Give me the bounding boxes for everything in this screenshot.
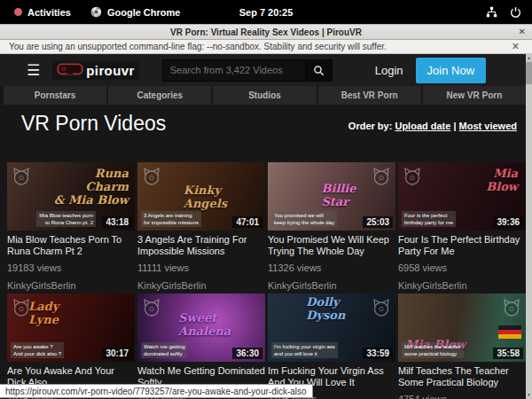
order-by-upload-date-link[interactable]: Upload date — [395, 121, 450, 131]
video-thumbnail[interactable]: Kinky Angels 3 Angels are training for i… — [137, 162, 265, 231]
channel-watermark-cat-icon — [141, 166, 162, 187]
channel-watermark-cat-icon — [11, 166, 32, 187]
power-icon[interactable] — [510, 6, 521, 18]
nav-item-best-vr-porn[interactable]: Best VR Porn — [318, 86, 421, 105]
video-title[interactable]: Four Is The Perfect Birthday Party For M… — [398, 234, 526, 257]
page-title: VR Porn Videos — [21, 112, 166, 136]
search-button[interactable] — [306, 59, 332, 82]
view-count: 19183 views — [7, 262, 135, 273]
search-icon — [313, 65, 325, 76]
video-title[interactable]: Milf Teaches The Teacher Some Practical … — [398, 365, 526, 388]
duration-badge: 30:17 — [102, 348, 132, 359]
thumbnail-caption: Are you awake ? And your dick also ? — [11, 342, 64, 358]
german-flag-icon — [498, 325, 521, 339]
duration-badge: 35:58 — [493, 348, 523, 359]
video-thumbnail[interactable]: Dolly Dyson I'm fucking your virgin ass … — [268, 293, 395, 362]
system-top-bar: Activities Google Chrome Sep 7 20:25 — [0, 0, 532, 24]
thumbnail-caption: Mia Blow teaches porn to Runa Charm pt. … — [36, 211, 96, 227]
window-title: VR Porn: Virtual Reality Sex Videos | Pi… — [170, 27, 362, 37]
video-card[interactable]: Runa Charm & Mia Blow Mia Blow teaches p… — [7, 162, 135, 291]
video-thumbnail[interactable]: Mia Blow Milf teaches the teacher some p… — [398, 293, 526, 362]
thumbnail-caption: You promised we will keep trying the who… — [271, 211, 337, 227]
infobar-close-icon[interactable]: ✕ — [512, 41, 520, 52]
window-title-bar: VR Porn: Virtual Reality Sex Videos | Pi… — [0, 24, 532, 40]
thumbnail-overlay-name: Kinky Angels — [184, 184, 227, 210]
video-thumbnail[interactable]: Sweet Analena Watch me getting dominated… — [137, 293, 265, 362]
video-thumbnail[interactable]: Runa Charm & Mia Blow Mia Blow teaches p… — [7, 162, 135, 231]
video-card[interactable]: Mia Blow Milf teaches the teacher some p… — [398, 293, 526, 399]
view-count: 11326 views — [268, 262, 395, 273]
channel-link[interactable]: KinkyGirlsBerlin — [398, 280, 526, 291]
video-title[interactable]: 3 Angels Are Training For Impossible Mis… — [137, 234, 265, 257]
scroll-down-arrow-icon[interactable]: ▼ — [526, 391, 532, 399]
channel-link[interactable]: KinkyGirlsBerlin — [268, 280, 395, 291]
video-grid: Runa Charm & Mia Blow Mia Blow teaches p… — [7, 162, 526, 399]
view-count: 6958 views — [398, 262, 526, 273]
video-thumbnail[interactable]: Mia Blow Four is the perfect birthday pa… — [398, 162, 526, 231]
channel-watermark-cat-icon — [501, 297, 522, 318]
site-logo[interactable]: pirouvr — [52, 61, 138, 80]
status-bar-url-tooltip: https://pirouvr.com/vr-porn-video/779325… — [0, 384, 313, 398]
page-scrollbar[interactable]: ▲ ▼ — [526, 54, 532, 399]
order-by-separator: | — [453, 121, 456, 131]
channel-link[interactable]: KinkyGirlsBerlin — [137, 280, 265, 291]
order-by-controls: Order by: Upload date | Most viewed — [348, 121, 517, 131]
thumbnail-overlay-name: Lady Lyne — [28, 300, 59, 326]
thumbnail-overlay-name: Dolly Dyson — [306, 295, 345, 322]
network-icon[interactable] — [486, 6, 497, 18]
duration-badge: 25:03 — [363, 216, 393, 228]
duration-badge: 43:18 — [102, 216, 132, 228]
channel-watermark-cat-icon — [141, 297, 162, 318]
warning-message: You are using an unsupported command-lin… — [9, 42, 387, 51]
channel-watermark-cat-icon — [371, 166, 392, 187]
main-nav: Pornstars Categories Studios Best VR Por… — [4, 86, 526, 105]
thumbnail-caption: 3 Angels are training for impossible mis… — [141, 211, 201, 227]
channel-link[interactable]: KinkyGirlsBerlin — [7, 280, 135, 291]
channel-watermark-cat-icon — [371, 297, 392, 318]
order-by-label: Order by: — [348, 121, 393, 131]
nav-item-new-vr-porn[interactable]: New VR Porn — [423, 86, 526, 105]
thumbnail-caption: Four is the perfect birthday party for m… — [402, 211, 456, 227]
join-now-button[interactable]: Join Now — [416, 58, 486, 83]
login-link[interactable]: Login — [375, 64, 403, 77]
thumbnail-overlay-name: Mia Blow — [486, 167, 518, 193]
duration-badge: 39:36 — [493, 216, 523, 228]
video-card[interactable]: Billie Star You promised we will keep tr… — [268, 162, 395, 291]
nav-item-categories[interactable]: Categories — [108, 86, 211, 105]
vr-goggles-icon — [57, 63, 83, 77]
duration-badge: 47:01 — [232, 216, 262, 228]
hamburger-menu-icon[interactable]: ☰ — [27, 63, 40, 78]
video-title[interactable]: You Promised We Will Keep Trying The Who… — [268, 234, 395, 257]
channel-watermark-cat-icon — [402, 166, 423, 187]
view-count: 11111 views — [137, 262, 265, 273]
nav-item-studios[interactable]: Studios — [213, 86, 316, 105]
view-count: 4754 views — [398, 394, 526, 399]
thumbnail-caption: I'm fucking your virgin ass and you will… — [271, 342, 338, 358]
site-header: ☰ pirouvr Login Join Now — [0, 54, 526, 86]
order-by-most-viewed-link[interactable]: Most viewed — [459, 121, 517, 131]
video-card[interactable]: Mia Blow Four is the perfect birthday pa… — [398, 162, 526, 291]
scroll-up-arrow-icon[interactable]: ▲ — [526, 54, 532, 62]
duration-badge: 36:30 — [232, 348, 262, 359]
video-title[interactable]: Mia Blow Teaches Porn To Runa Charm Pt 2 — [7, 234, 135, 257]
duration-badge: 33:59 — [363, 348, 393, 359]
thumbnail-overlay-name: Runa Charm & Mia Blow — [54, 167, 129, 207]
window-close-button[interactable]: ✕ — [519, 27, 526, 36]
thumbnail-overlay-name: Sweet Analena — [178, 311, 231, 338]
chrome-warning-infobar: You are using an unsupported command-lin… — [0, 40, 532, 54]
video-card[interactable]: Kinky Angels 3 Angels are training for i… — [137, 162, 265, 291]
nav-item-pornstars[interactable]: Pornstars — [4, 86, 106, 105]
thumbnail-caption: Milf teaches the teacher some practical … — [402, 342, 464, 358]
scrollbar-thumb[interactable] — [526, 62, 532, 84]
thumbnail-caption: Watch me getting dominated softly — [141, 342, 187, 358]
video-thumbnail[interactable]: Lady Lyne Are you awake ? And your dick … — [7, 293, 135, 362]
video-thumbnail[interactable]: Billie Star You promised we will keep tr… — [268, 162, 395, 231]
browser-viewport: ☰ pirouvr Login Join Now Pornstars Categ… — [0, 54, 532, 399]
clock-button[interactable]: Sep 7 20:25 — [0, 7, 532, 18]
site-logo-text: pirouvr — [86, 63, 134, 78]
search-input[interactable] — [162, 59, 306, 82]
thumbnail-overlay-name: Billie Star — [321, 182, 356, 208]
